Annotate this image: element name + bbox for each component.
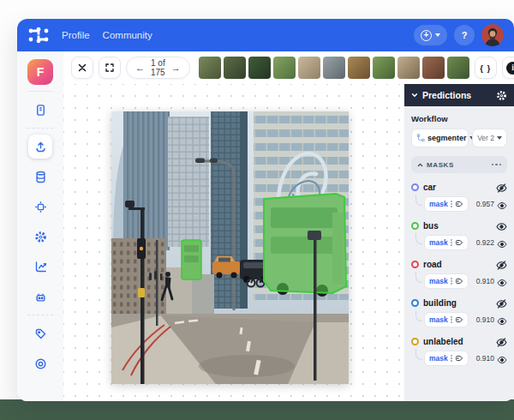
augment-icon[interactable]	[28, 195, 52, 219]
class-color-dot	[411, 338, 419, 345]
predictions-header[interactable]: Predictions	[404, 84, 514, 106]
annotation-canvas[interactable]	[63, 84, 404, 401]
class-color-dot	[411, 222, 419, 230]
visibility-off-icon[interactable]	[496, 297, 507, 309]
class-row[interactable]: road	[411, 257, 507, 271]
tree-connector	[415, 272, 422, 283]
info-button[interactable]: i	[502, 57, 514, 79]
class-name: car	[423, 183, 436, 192]
settings-gear-icon[interactable]	[496, 90, 507, 101]
mask-badge[interactable]: mask	[424, 273, 469, 289]
deploy-target-icon[interactable]	[28, 351, 52, 375]
generate-gear-icon[interactable]	[28, 225, 52, 249]
mask-item: road	[411, 257, 507, 289]
class-row[interactable]: building	[411, 296, 507, 309]
prev-image-button[interactable]: ←	[135, 63, 145, 73]
image-pager: ← 1 of 175 →	[126, 57, 190, 79]
image-thumbnail[interactable]	[348, 57, 370, 79]
class-name: unlabeled	[423, 337, 463, 346]
info-icon: i	[506, 62, 514, 75]
visibility-off-icon[interactable]	[496, 336, 507, 347]
user-avatar[interactable]	[481, 24, 504, 46]
overview-icon[interactable]	[28, 98, 52, 122]
chevron-down-icon	[435, 33, 440, 37]
create-new-button[interactable]: +	[414, 25, 447, 45]
image-thumbnail[interactable]	[224, 57, 246, 79]
nav-link-profile[interactable]: Profile	[62, 30, 90, 40]
mask-item: bus	[411, 219, 507, 250]
street-photo[interactable]	[111, 111, 349, 384]
mask-item: building	[411, 296, 507, 327]
mask-badge-label: mask	[429, 200, 448, 208]
mask-badge[interactable]: mask	[424, 351, 469, 366]
visibility-on-icon[interactable]	[496, 220, 507, 231]
navbar-actions: + ?	[414, 24, 504, 46]
tree-connector	[415, 310, 422, 321]
class-row[interactable]: bus	[411, 219, 507, 232]
mask-sub-row: mask 0.910	[415, 273, 507, 289]
workspace-tile[interactable]: F	[27, 59, 53, 85]
masks-section-title: MASKS	[427, 161, 454, 169]
mask-visibility-on-icon[interactable]	[497, 276, 507, 287]
nav-links: Profile Community	[62, 30, 152, 40]
sidebar-divider-dashed	[27, 315, 53, 315]
tree-connector	[415, 233, 422, 244]
tool-sidebar: F	[17, 51, 63, 401]
mask-visibility-on-icon[interactable]	[497, 315, 507, 326]
close-button[interactable]	[71, 57, 93, 79]
mask-visibility-on-icon[interactable]	[497, 199, 507, 210]
class-row[interactable]: unlabeled	[411, 334, 507, 348]
workflow-branch-icon	[416, 134, 425, 142]
image-thumbnail[interactable]	[447, 57, 469, 79]
workflow-select[interactable]: segmenter	[411, 129, 469, 147]
expand-fullscreen-button[interactable]	[99, 57, 121, 79]
class-name: road	[423, 260, 442, 269]
image-thumbnail[interactable]	[199, 57, 221, 79]
image-thumbnail[interactable]	[397, 57, 420, 79]
version-selected: Ver 2	[477, 134, 494, 142]
mask-visibility-on-icon[interactable]	[497, 353, 507, 364]
image-thumbnail[interactable]	[373, 57, 395, 79]
mask-badge[interactable]: mask	[424, 196, 469, 212]
roboflow-logo-icon[interactable]	[27, 27, 50, 44]
next-image-button[interactable]: →	[171, 63, 181, 73]
upload-icon[interactable]	[28, 135, 52, 159]
class-row[interactable]: car	[411, 180, 507, 194]
mask-visibility-on-icon[interactable]	[497, 237, 507, 249]
sidebar-divider	[27, 91, 53, 92]
more-menu-icon[interactable]	[492, 164, 502, 166]
top-navbar: Profile Community + ?	[17, 19, 514, 51]
version-select[interactable]: Ver 2	[472, 129, 507, 147]
mask-badge-label: mask	[429, 315, 448, 324]
analytics-icon[interactable]	[28, 255, 52, 279]
class-name: building	[423, 298, 457, 308]
chevron-up-icon	[417, 162, 423, 168]
dataset-icon[interactable]	[28, 165, 52, 189]
visibility-off-icon[interactable]	[496, 259, 507, 270]
help-button[interactable]: ?	[454, 25, 475, 45]
chevron-down-icon	[411, 92, 418, 99]
confidence-value: 0.922	[476, 238, 494, 247]
mask-item: car	[411, 180, 507, 212]
image-counter: 1 of 175	[151, 58, 165, 77]
confidence-value: 0.910	[476, 315, 494, 324]
tree-connector	[415, 349, 422, 360]
nav-link-community[interactable]: Community	[103, 30, 152, 40]
models-robot-icon[interactable]	[28, 285, 52, 309]
visibility-off-icon[interactable]	[496, 182, 507, 193]
tag-icon[interactable]	[28, 321, 52, 345]
code-button[interactable]: { }	[475, 57, 497, 79]
image-thumbnail[interactable]	[298, 57, 320, 79]
image-thumbnail[interactable]	[422, 57, 445, 79]
mask-badge-label: mask	[429, 277, 448, 285]
panel-title: Predictions	[422, 90, 471, 100]
image-thumbnail[interactable]	[248, 57, 271, 79]
confidence-value: 0.910	[476, 277, 494, 285]
mask-badge[interactable]: mask	[424, 312, 469, 327]
image-thumbnail[interactable]	[323, 57, 345, 79]
workflow-selected: segmenter	[427, 134, 467, 142]
bus-mask	[264, 194, 346, 297]
masks-section-header[interactable]: MASKS	[411, 156, 507, 173]
mask-badge[interactable]: mask	[424, 235, 469, 250]
image-thumbnail[interactable]	[273, 57, 296, 79]
